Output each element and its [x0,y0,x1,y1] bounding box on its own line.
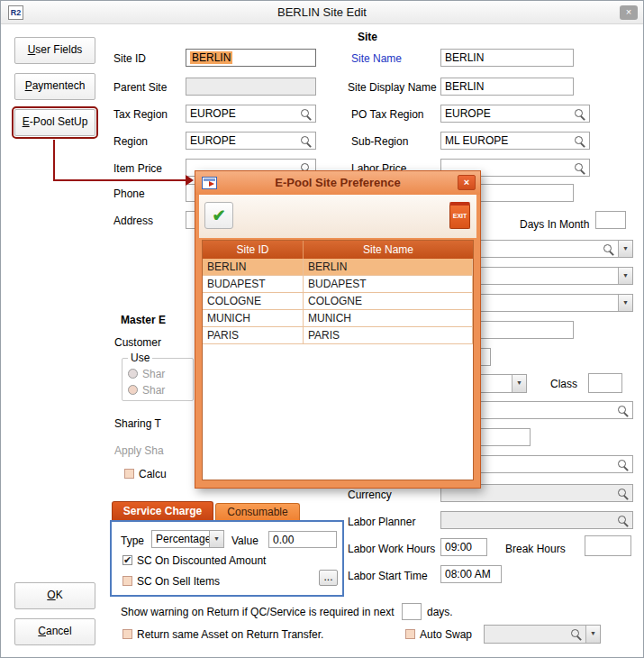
table-row-munich[interactable]: MUNICH MUNICH [203,310,473,327]
auto-swap-lookup-icon[interactable] [570,628,582,640]
site-display-name-label: Site Display Name [348,81,437,94]
sharing-type-label: Sharing T [114,417,161,430]
labor-planner-field [440,511,633,529]
ok-button[interactable]: OK [14,582,95,609]
sc-value-field[interactable]: 0.00 [268,531,337,548]
sub-region-label: Sub-Region [351,135,408,148]
table-row-cologne[interactable]: COLOGNE COLOGNE [203,293,473,310]
sc-sell-items-checkbox[interactable] [122,576,132,586]
paymentech-button[interactable]: Paymentech [14,73,95,100]
popup-title-bar: E-Pool Site Preference × [195,171,480,195]
chevron-down-icon[interactable]: ▼ [209,531,223,547]
site-name-value: BERLIN [445,51,484,64]
region-value: EUROPE [190,134,236,147]
cell-site-id: BUDAPEST [203,276,304,292]
tab-service-charge[interactable]: Service Charge [112,501,213,521]
po-tax-region-field[interactable]: EUROPE [440,105,590,123]
cell-site-id: COLOGNE [203,293,304,309]
cell-site-name: BERLIN [304,259,473,275]
site-id-column-header[interactable]: Site ID [203,241,304,259]
cell-site-id: BERLIN [203,259,304,275]
share-radio-2-label: Shar [142,384,165,397]
cancel-label: Cancel [15,619,95,644]
table-row-berlin[interactable]: BERLIN BERLIN [203,259,473,276]
calculate-checkbox-label: Calcu [139,468,167,480]
chevron-down-icon[interactable]: ▼ [512,375,526,392]
calculate-checkbox[interactable] [124,469,134,479]
sub-region-field[interactable]: ML EUROPE [440,132,590,150]
sc-value-label: Value [231,535,259,547]
share-radio-2 [128,385,138,395]
lookup-icon[interactable] [603,243,614,255]
epool-setup-label: E-Pool SetUp [15,110,95,134]
site-id-field[interactable]: BERLIN [186,49,316,67]
lookup-icon[interactable] [617,459,629,471]
item-price-label: Item Price [113,162,162,175]
use-group-label: Use [128,352,152,364]
popup-close-icon[interactable]: × [458,175,476,190]
class-field[interactable] [588,373,622,393]
labor-price-lookup-icon[interactable] [574,162,585,174]
cell-site-name: MUNICH [304,310,473,326]
days-in-month-field[interactable] [595,211,626,229]
site-name-field[interactable]: BERLIN [440,49,574,67]
auto-swap-checkbox[interactable] [405,629,415,639]
cancel-button[interactable]: Cancel [14,618,95,645]
labor-start-time-value: 08:00 AM [445,568,491,580]
labor-work-hours-field[interactable]: 09:00 [440,538,487,556]
class-label: Class [550,378,577,390]
site-display-name-field[interactable]: BERLIN [440,78,574,96]
sc-more-button[interactable]: ... [319,570,338,586]
phone-label: Phone [113,187,145,200]
connector-line-vertical [53,140,55,180]
return-same-asset-label: Return same Asset on Return Transfer. [137,628,323,641]
chevron-down-icon[interactable]: ▼ [618,268,632,284]
tax-region-field[interactable]: EUROPE [186,105,316,123]
site-name-column-header[interactable]: Site Name [304,241,473,259]
table-row-paris[interactable]: PARIS PARIS [203,327,473,344]
labor-planner-label: Labor Planner [348,516,415,528]
chevron-down-icon[interactable]: ▼ [585,626,600,643]
chevron-down-icon[interactable]: ▼ [618,295,632,311]
connector-arrowhead-icon [186,175,194,186]
tab-consumable[interactable]: Consumable [215,503,300,521]
popup-title: E-Pool Site Preference [195,171,480,195]
labor-planner-lookup-icon[interactable] [617,515,629,526]
labor-start-time-field[interactable]: 08:00 AM [440,565,502,583]
return-same-asset-checkbox[interactable] [122,629,132,639]
chevron-down-icon[interactable]: ▼ [618,241,632,257]
title-bar: R2 BERLIN Site Edit × [1,1,643,24]
user-fields-button[interactable]: User Fields [14,37,95,64]
ok-label: OK [15,583,95,608]
site-section-header: Site [358,31,377,43]
region-field[interactable]: EUROPE [186,132,316,150]
sc-type-label: Type [121,535,144,547]
warning-days-field[interactable] [402,603,422,620]
region-lookup-icon[interactable] [300,135,312,147]
customer-label: Customer [114,336,161,349]
exit-button[interactable]: EXIT [449,202,470,229]
sc-discounted-checkbox[interactable] [122,555,132,565]
site-id-label: Site ID [113,52,146,65]
close-icon[interactable]: × [620,5,638,20]
warning-days-suffix: days. [427,606,453,618]
sub-region-lookup-icon[interactable] [574,135,585,147]
po-tax-region-lookup-icon[interactable] [574,108,585,120]
currency-lookup-icon[interactable] [617,488,629,499]
epool-setup-button[interactable]: E-Pool SetUp [14,109,95,136]
address-label: Address [113,215,153,227]
tax-region-lookup-icon[interactable] [300,108,312,120]
lookup-icon[interactable] [617,405,629,416]
break-hours-field[interactable] [585,535,631,556]
master-section-label: Master E [121,314,166,326]
accept-button[interactable]: ✔ [204,202,233,229]
sc-discounted-label: SC On Discounted Amount [137,554,266,567]
region-label: Region [113,135,148,148]
auto-swap-combo[interactable]: ▼ [484,625,601,644]
table-row-budapest[interactable]: BUDAPEST BUDAPEST [203,276,473,293]
user-fields-label: User Fields [15,38,95,62]
parent-site-field [186,78,316,96]
cell-site-id: PARIS [203,327,304,343]
sc-type-combo[interactable]: Percentage ▼ [151,530,224,548]
epool-site-preference-dialog: E-Pool Site Preference × ✔ EXIT Site ID … [195,170,481,489]
